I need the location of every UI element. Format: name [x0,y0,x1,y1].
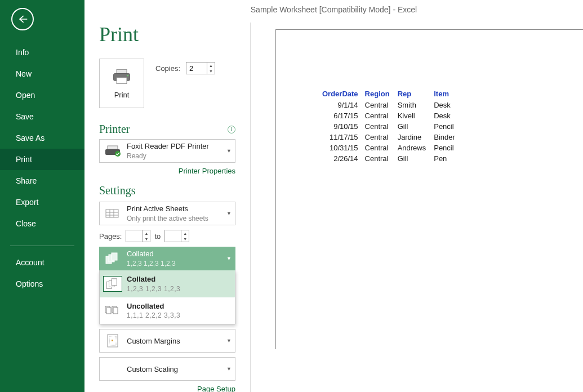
print-button[interactable]: Print [99,59,144,108]
uncollated-icon [104,304,121,318]
table-row: 2/26/14CentralGillPen [319,154,459,163]
svg-rect-24 [112,340,113,341]
table-row: 9/1/14CentralSmithDesk [319,100,459,110]
nav-options[interactable]: Options [0,273,84,295]
pages-from-spinner[interactable]: ▲▼ [126,230,150,242]
print-what-l1: Print Active Sheets [127,204,222,214]
nav-open[interactable]: Open [0,84,84,106]
pages-label: Pages: [99,232,122,240]
svg-rect-0 [117,69,127,73]
print-button-label: Print [114,91,130,99]
preview-col-header: Item [430,90,459,99]
collation-opt0-l2: 1,2,3 1,2,3 1,2,3 [127,284,232,293]
collation-opt1-l1: Uncollated [127,301,232,311]
printer-dropdown[interactable]: Foxit Reader PDF Printer Ready ▼ [99,139,235,163]
scaling-dropdown[interactable]: Custom Scaling ▼ [99,357,235,381]
svg-rect-17 [112,279,117,286]
collated-icon [105,278,121,290]
print-what-l2: Only print the active sheets [127,214,222,223]
collation-opt0-l1: Collated [127,274,232,284]
table-row: 9/10/15CentralGillPencil [319,122,459,131]
printer-icon [112,68,132,85]
page-heading: Print [99,23,235,46]
printer-info-icon[interactable]: i [228,126,235,133]
printer-name: Foxit Reader PDF Printer [127,141,222,152]
margins-label: Custom Margins [127,336,222,346]
chevron-down-icon: ▼ [226,366,232,372]
nav-export[interactable]: Export [0,191,84,213]
nav-print[interactable]: Print [0,149,84,170]
pages-to-label: to [154,232,161,240]
printer-small-icon [104,145,121,157]
table-row: 6/17/15CentralKivellDesk [319,111,459,121]
copies-up[interactable]: ▲ [207,63,215,68]
chevron-down-icon: ▼ [226,211,232,216]
collation-opt1-l2: 1,1,1 2,2,2 3,3,3 [127,311,232,320]
print-what-dropdown[interactable]: Print Active Sheets Only print the activ… [99,202,235,225]
window-title: Sample Worksheet [Compatibility Mode] - … [84,0,583,19]
pages-from-down[interactable]: ▼ [143,236,150,242]
pages-to-up[interactable]: ▲ [181,230,189,236]
nav-share[interactable]: Share [0,170,84,191]
collation-menu: Collated 1,2,3 1,2,3 1,2,3 [99,270,235,324]
svg-point-3 [127,74,128,76]
pages-from-up[interactable]: ▲ [143,230,150,236]
margins-icon [106,333,119,348]
pages-to-input[interactable] [165,231,181,242]
collation-selected-l2: 1,2,3 1,2,3 1,2,3 [127,259,222,268]
nav-new[interactable]: New [0,63,84,84]
backstage-sidebar: Info New Open Save Save As Print Share E… [0,0,84,392]
back-arrow-icon [17,14,28,25]
back-button[interactable] [11,8,34,30]
svg-rect-2 [117,77,127,83]
copies-spinner[interactable]: ▲ ▼ [186,62,215,74]
svg-rect-7 [106,210,118,217]
collation-selected-l1: Collated [127,249,222,259]
chevron-down-icon: ▼ [226,148,232,154]
chevron-down-icon: ▼ [226,256,232,261]
pages-from-input[interactable] [126,231,142,242]
nav-info[interactable]: Info [0,42,84,63]
settings-section-title: Settings [99,184,235,197]
preview-page: OrderDateRegionRepItem 9/1/14CentralSmit… [275,29,583,349]
svg-rect-21 [113,308,118,314]
svg-rect-4 [108,146,118,149]
pages-to-spinner[interactable]: ▲▼ [164,230,189,242]
printer-properties-link[interactable]: Printer Properties [99,167,235,175]
table-row: 10/31/15CentralAndrewsPencil [319,143,459,153]
preview-col-header: Rep [394,90,430,99]
collation-option-uncollated[interactable]: Uncollated 1,1,1 2,2,2 3,3,3 [100,297,235,324]
nav-save[interactable]: Save [0,106,84,127]
preview-col-header: OrderDate [319,90,361,99]
nav-close[interactable]: Close [0,213,84,234]
print-preview: OrderDateRegionRepItem 9/1/14CentralSmit… [251,19,583,392]
copies-down[interactable]: ▼ [207,68,215,74]
printer-section-title: Printer [99,123,130,136]
preview-table: OrderDateRegionRepItem 9/1/14CentralSmit… [318,88,460,164]
chevron-down-icon: ▼ [226,338,232,344]
margins-dropdown[interactable]: Custom Margins ▼ [99,329,235,353]
collated-icon [104,252,121,265]
nav-save-as[interactable]: Save As [0,127,84,149]
scaling-label: Custom Scaling [127,364,222,375]
printer-status: Ready [127,152,222,161]
sheets-icon [104,207,121,220]
preview-col-header: Region [362,90,393,99]
pages-to-down[interactable]: ▼ [181,236,189,242]
collation-option-collated[interactable]: Collated 1,2,3 1,2,3 1,2,3 [100,270,235,297]
copies-input[interactable] [186,63,207,74]
copies-label: Copies: [155,64,180,73]
page-setup-link[interactable]: Page Setup [99,385,235,392]
nav-divider [10,246,74,246]
svg-rect-14 [112,253,117,260]
collation-dropdown[interactable]: Collated 1,2,3 1,2,3 1,2,3 ▼ [99,247,235,270]
table-row: 11/17/15CentralJardineBinder [319,132,459,142]
nav-account[interactable]: Account [0,252,84,273]
svg-rect-19 [106,308,111,314]
